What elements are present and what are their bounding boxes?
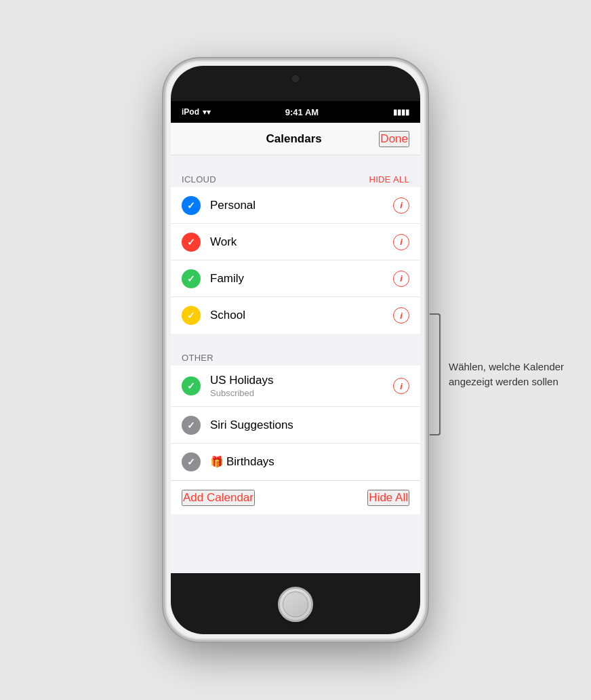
us-holidays-info-button[interactable]: i	[393, 378, 409, 394]
birthdays-check: ✓	[182, 452, 201, 471]
siri-content: Siri Suggestions	[210, 419, 409, 432]
work-check: ✓	[182, 233, 201, 252]
calendar-item-siri[interactable]: ✓ Siri Suggestions	[171, 407, 420, 444]
calendar-item-us-holidays[interactable]: ✓ US Holidays Subscribed i	[171, 366, 420, 407]
front-camera	[292, 75, 299, 82]
family-content: Family	[210, 272, 393, 286]
siri-check: ✓	[182, 416, 201, 435]
calendar-item-family[interactable]: ✓ Family i	[171, 260, 420, 297]
icloud-hide-all-button[interactable]: HIDE ALL	[369, 174, 410, 184]
calendar-item-birthdays[interactable]: ✓ 🎁Birthdays	[171, 444, 420, 480]
icloud-section-header: ICLOUD HIDE ALL	[171, 169, 420, 187]
annotation-text: Wählen, welche Kalender angezeigt werden…	[449, 359, 571, 390]
status-time: 9:41 AM	[285, 107, 319, 117]
school-info-button[interactable]: i	[393, 307, 409, 324]
home-button[interactable]	[278, 587, 313, 622]
hide-all-button[interactable]: Hide All	[367, 490, 409, 506]
device-inner: iPod ▾▾ 9:41 AM ▮▮▮▮ Calendars Done	[171, 66, 420, 634]
gift-icon: 🎁	[210, 456, 224, 467]
us-holidays-content: US Holidays Subscribed	[210, 374, 393, 398]
family-name: Family	[210, 272, 244, 285]
siri-name: Siri Suggestions	[210, 419, 293, 431]
family-check: ✓	[182, 269, 201, 288]
other-spacer	[171, 334, 420, 347]
other-section-header: OTHER	[171, 347, 420, 366]
calendar-content: ICLOUD HIDE ALL ✓ Personal	[171, 155, 420, 573]
personal-check: ✓	[182, 196, 201, 215]
school-content: School	[210, 309, 393, 322]
device: iPod ▾▾ 9:41 AM ▮▮▮▮ Calendars Done	[163, 58, 428, 642]
nav-bar: Calendars Done	[171, 123, 420, 155]
nav-title: Calendars	[266, 132, 322, 146]
calendar-item-personal[interactable]: ✓ Personal i	[171, 187, 420, 224]
calendar-item-work[interactable]: ✓ Work i	[171, 224, 420, 260]
other-section-label: OTHER	[182, 353, 213, 363]
status-bar: iPod ▾▾ 9:41 AM ▮▮▮▮	[171, 101, 420, 123]
work-info-button[interactable]: i	[393, 234, 409, 250]
personal-content: Personal	[210, 199, 393, 212]
school-check: ✓	[182, 306, 201, 325]
annotation-bracket	[430, 313, 441, 435]
work-name: Work	[210, 235, 237, 248]
add-calendar-button[interactable]: Add Calendar	[182, 490, 255, 506]
top-spacer	[171, 155, 420, 169]
work-content: Work	[210, 235, 393, 249]
done-button[interactable]: Done	[379, 131, 409, 147]
calendar-item-school[interactable]: ✓ School i	[171, 297, 420, 334]
other-calendar-list: ✓ US Holidays Subscribed i ✓	[171, 366, 420, 480]
home-button-inner	[283, 591, 308, 617]
personal-info-button[interactable]: i	[393, 197, 409, 214]
battery-icon: ▮▮▮▮	[393, 108, 409, 117]
screen: iPod ▾▾ 9:41 AM ▮▮▮▮ Calendars Done	[171, 101, 420, 573]
personal-name: Personal	[210, 199, 256, 212]
icloud-calendar-list: ✓ Personal i ✓	[171, 187, 420, 334]
birthdays-content: 🎁Birthdays	[210, 455, 409, 469]
wifi-icon: ▾▾	[203, 108, 211, 117]
us-holidays-subtitle: Subscribed	[210, 388, 393, 398]
annotation: Wählen, welche Kalender angezeigt werden…	[430, 313, 571, 435]
family-info-button[interactable]: i	[393, 271, 409, 287]
birthdays-name: 🎁Birthdays	[210, 455, 274, 468]
icloud-section-label: ICLOUD	[182, 174, 216, 184]
us-holidays-check: ✓	[182, 376, 201, 395]
us-holidays-name: US Holidays	[210, 374, 274, 387]
school-name: School	[210, 309, 245, 322]
bottom-toolbar: Add Calendar Hide All	[171, 480, 420, 514]
device-name-label: iPod	[182, 107, 199, 117]
